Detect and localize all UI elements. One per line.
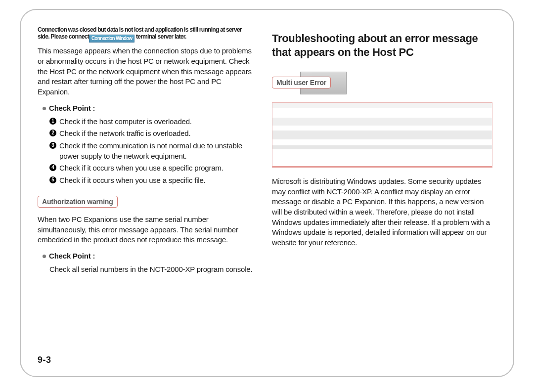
check-point-item: Check if it occurs when you use a specif…: [49, 175, 253, 186]
check-point-2-text: Check all serial numbers in the NCT-2000…: [38, 264, 253, 275]
check-point-item: Check if the network traffic is overload…: [49, 129, 253, 139]
check-point-item: Check if it occurs when you use a specif…: [49, 163, 253, 174]
multi-user-error-tag: Multi user Error: [272, 77, 331, 88]
check-point-list-1: Check if the host computer is overloaded…: [38, 117, 253, 186]
check-point-label-1: Check Point :: [43, 103, 253, 114]
banner-text-b: terminal server later.: [134, 33, 186, 40]
page-number: 9-3: [38, 354, 51, 366]
manual-page: Connection was closed but data is not lo…: [20, 9, 514, 377]
error-screenshot: [272, 102, 492, 168]
bullet-icon: [43, 107, 46, 110]
troubleshooting-heading: Troubleshooting about an error message t…: [272, 32, 492, 59]
multi-user-error-header: Multi user Error: [272, 72, 492, 94]
authorization-warning-tag: Authorization warning: [38, 196, 118, 208]
check-point-item: Check if the communication is not normal…: [49, 141, 253, 161]
multi-user-error-text: Microsoft is distributing Windows update…: [272, 176, 492, 248]
right-column: Troubleshooting about an error message t…: [267, 10, 513, 376]
check-point-label-2: Check Point :: [43, 251, 253, 261]
connection-window-icon: Connection Window: [89, 35, 134, 43]
check-point-item: Check if the host computer is overloaded…: [49, 117, 253, 127]
authorization-warning-text: When two PC Expanions use the same seria…: [38, 215, 253, 245]
connection-intro: This message appears when the connection…: [38, 46, 253, 97]
connection-closed-banner: Connection was closed but data is not lo…: [38, 27, 253, 41]
bullet-icon: [43, 255, 46, 258]
left-column: Connection was closed but data is not lo…: [21, 10, 267, 376]
